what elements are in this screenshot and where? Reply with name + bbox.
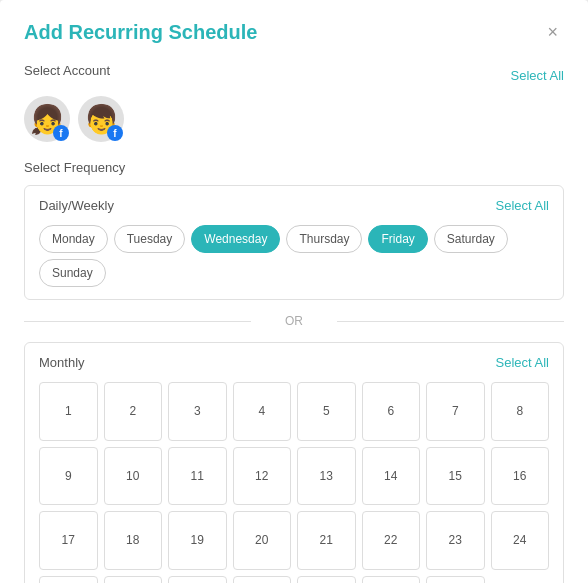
date-btn-20[interactable]: 20	[233, 511, 292, 570]
date-btn-4[interactable]: 4	[233, 382, 292, 441]
account-avatar-1[interactable]: 👧 f	[24, 96, 70, 142]
date-btn-23[interactable]: 23	[426, 511, 485, 570]
date-btn-25[interactable]: 25	[39, 576, 98, 584]
date-btn-30[interactable]: 30	[362, 576, 421, 584]
date-btn-5[interactable]: 5	[297, 382, 356, 441]
select-all-accounts-link[interactable]: Select All	[511, 68, 564, 83]
date-btn-11[interactable]: 11	[168, 447, 227, 506]
close-button[interactable]: ×	[541, 20, 564, 45]
date-btn-3[interactable]: 3	[168, 382, 227, 441]
day-btn-thursday[interactable]: Thursday	[286, 225, 362, 253]
date-btn-16[interactable]: 16	[491, 447, 550, 506]
date-btn-7[interactable]: 7	[426, 382, 485, 441]
date-btn-27[interactable]: 27	[168, 576, 227, 584]
select-all-dates-link[interactable]: Select All	[496, 355, 549, 370]
days-row: MondayTuesdayWednesdayThursdayFridaySatu…	[39, 225, 549, 287]
monthly-header: Monthly Select All	[39, 355, 549, 370]
daily-weekly-box: Daily/Weekly Select All MondayTuesdayWed…	[24, 185, 564, 300]
date-btn-31[interactable]: 31	[426, 576, 485, 584]
day-btn-friday[interactable]: Friday	[368, 225, 427, 253]
modal-header: Add Recurring Schedule ×	[24, 20, 564, 45]
date-btn-6[interactable]: 6	[362, 382, 421, 441]
modal: Add Recurring Schedule × Select Account …	[0, 0, 588, 583]
date-btn-15[interactable]: 15	[426, 447, 485, 506]
monthly-title: Monthly	[39, 355, 85, 370]
date-btn-13[interactable]: 13	[297, 447, 356, 506]
date-btn-12[interactable]: 12	[233, 447, 292, 506]
date-btn-8[interactable]: 8	[491, 382, 550, 441]
day-btn-monday[interactable]: Monday	[39, 225, 108, 253]
date-btn-19[interactable]: 19	[168, 511, 227, 570]
day-btn-tuesday[interactable]: Tuesday	[114, 225, 186, 253]
select-all-days-link[interactable]: Select All	[496, 198, 549, 213]
date-btn-9[interactable]: 9	[39, 447, 98, 506]
fb-badge-1: f	[53, 125, 69, 141]
date-btn-24[interactable]: 24	[491, 511, 550, 570]
daily-weekly-title: Daily/Weekly	[39, 198, 114, 213]
daily-weekly-header: Daily/Weekly Select All	[39, 198, 549, 213]
date-btn-2[interactable]: 2	[104, 382, 163, 441]
modal-title: Add Recurring Schedule	[24, 21, 257, 44]
select-frequency-label: Select Frequency	[24, 160, 564, 175]
day-btn-saturday[interactable]: Saturday	[434, 225, 508, 253]
date-btn-14[interactable]: 14	[362, 447, 421, 506]
date-btn-10[interactable]: 10	[104, 447, 163, 506]
date-btn-28[interactable]: 28	[233, 576, 292, 584]
date-btn-26[interactable]: 26	[104, 576, 163, 584]
fb-badge-2: f	[107, 125, 123, 141]
date-btn-18[interactable]: 18	[104, 511, 163, 570]
day-btn-sunday[interactable]: Sunday	[39, 259, 106, 287]
dates-grid: 1234567891011121314151617181920212223242…	[39, 382, 549, 583]
day-btn-wednesday[interactable]: Wednesday	[191, 225, 280, 253]
date-btn-1[interactable]: 1	[39, 382, 98, 441]
or-divider: OR	[24, 314, 564, 328]
select-account-label: Select Account	[24, 63, 110, 78]
select-account-row: Select Account Select All	[24, 63, 564, 88]
date-btn-22[interactable]: 22	[362, 511, 421, 570]
date-btn-21[interactable]: 21	[297, 511, 356, 570]
account-avatar-2[interactable]: 👦 f	[78, 96, 124, 142]
monthly-box: Monthly Select All 123456789101112131415…	[24, 342, 564, 583]
accounts-row: 👧 f 👦 f	[24, 96, 564, 142]
date-btn-29[interactable]: 29	[297, 576, 356, 584]
date-btn-17[interactable]: 17	[39, 511, 98, 570]
